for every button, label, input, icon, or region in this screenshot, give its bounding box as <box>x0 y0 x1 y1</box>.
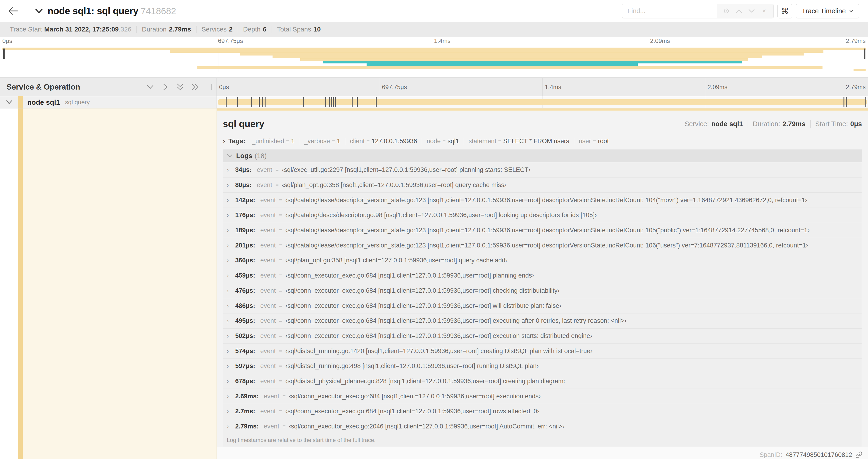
log-equals: = <box>276 167 279 173</box>
log-marker[interactable] <box>262 97 263 107</box>
deep-link-icon[interactable] <box>856 451 862 458</box>
log-field-value: ‹sql/conn_executor_exec.go:684 [nsql1,cl… <box>285 332 592 339</box>
log-row[interactable]: › 2.79ms: event = ‹sql/conn_executor_exe… <box>223 419 862 434</box>
trace-summary-bar: Trace Start March 31 2022, 17:25:09.326 … <box>0 22 868 37</box>
log-row[interactable]: › 476μs: event = ‹sql/conn_executor_exec… <box>223 283 862 298</box>
timeline-ticks-header: 0μs 697.75μs 1.4ms 2.09ms 2.79ms <box>217 78 868 96</box>
timeline-tick: 0μs <box>219 83 229 91</box>
log-row[interactable]: › 366μs: event = ‹sql/plan_opt.go:358 [n… <box>223 253 862 268</box>
log-row[interactable]: › 2.69ms: event = ‹sql/conn_executor_exe… <box>223 389 862 404</box>
find-input[interactable] <box>622 4 717 18</box>
log-row[interactable]: › 678μs: event = ‹sql/distsql_physical_p… <box>223 374 862 389</box>
minimap-span-row <box>2 47 866 50</box>
back-button[interactable] <box>0 0 26 22</box>
overview-value: 2.79ms <box>782 120 805 128</box>
log-expand-chevron-icon: › <box>227 166 232 173</box>
column-resizer-grip[interactable] <box>211 84 213 90</box>
log-marker[interactable] <box>865 97 866 107</box>
tag-equals: = <box>332 138 335 144</box>
timeline-tick: 1.4ms <box>545 83 561 91</box>
span-row: node sql1 sql query <box>0 96 868 108</box>
span-log-markers <box>218 97 867 107</box>
log-expand-chevron-icon: › <box>227 378 232 385</box>
log-row[interactable]: › 574μs: event = ‹sql/distsql_running.go… <box>223 343 862 358</box>
log-field-key: event <box>257 182 272 189</box>
keyboard-shortcuts-button[interactable]: ⌘ <box>777 4 792 19</box>
trace-timeline-dropdown[interactable]: Trace Timeline <box>796 4 859 19</box>
log-timestamp: 2.79ms: <box>235 423 259 430</box>
log-row[interactable]: › 2.7ms: event = ‹sql/conn_executor_exec… <box>223 404 862 419</box>
log-marker[interactable] <box>333 97 334 107</box>
log-row[interactable]: › 495μs: event = ‹sql/conn_executor_exec… <box>223 313 862 328</box>
tag-value: 1 <box>291 138 294 145</box>
log-marker[interactable] <box>226 97 226 107</box>
timeline-tick: 2.09ms <box>708 83 727 91</box>
log-marker[interactable] <box>303 97 304 107</box>
tags-row[interactable]: › Tags: _unfinished = 1 _verbose <box>223 135 862 147</box>
span-row-timeline-cell[interactable] <box>217 96 868 108</box>
log-marker[interactable] <box>331 97 332 107</box>
log-field-value: ‹sql/catalog/lease/descriptor_version_st… <box>285 197 807 204</box>
log-marker[interactable] <box>329 97 330 107</box>
logs-header[interactable]: Logs (18) <box>223 150 862 162</box>
overview-item: Service: node sql1 <box>680 120 748 128</box>
log-field-key: event <box>260 242 276 249</box>
log-row[interactable]: › 80μs: event = ‹sql/plan_opt.go:358 [ns… <box>223 177 862 193</box>
log-row[interactable]: › 176μs: event = ‹sql/catalog/descs/desc… <box>223 207 862 223</box>
clear-find-icon[interactable]: × <box>759 6 769 16</box>
log-timestamp: 476μs: <box>235 287 255 294</box>
span-service-name: node sql1 <box>27 98 60 106</box>
minimap-span-row <box>2 61 866 63</box>
span-collapse-chevron-icon[interactable] <box>0 100 18 104</box>
log-marker[interactable] <box>265 97 266 107</box>
minimap-span-row <box>2 53 866 56</box>
log-marker[interactable] <box>846 97 847 107</box>
summary-value: 10 <box>313 26 320 33</box>
log-marker[interactable] <box>376 97 377 107</box>
expand-one-icon[interactable] <box>161 83 169 91</box>
prev-match-icon[interactable] <box>734 6 744 16</box>
minimap-canvas[interactable] <box>2 47 866 72</box>
collapse-trace-chevron-icon[interactable] <box>35 8 43 13</box>
viewport-left-handle[interactable] <box>3 48 5 59</box>
log-marker[interactable] <box>259 97 260 107</box>
viewport-right-handle[interactable] <box>864 48 865 59</box>
log-expand-chevron-icon: › <box>227 408 232 415</box>
log-marker[interactable] <box>335 97 336 107</box>
log-row[interactable]: › 189μs: event = ‹sql/catalog/lease/desc… <box>223 223 862 238</box>
top-bar: node sql1: sql query 7418682 × <box>0 0 868 22</box>
span-row-name-cell[interactable]: node sql1 sql query <box>0 96 217 108</box>
tag-value: SELECT * FROM users <box>503 138 569 145</box>
log-row[interactable]: › 142μs: event = ‹sql/catalog/lease/desc… <box>223 192 862 207</box>
log-equals: = <box>283 423 286 430</box>
collapse-all-icon[interactable] <box>176 83 184 91</box>
log-row[interactable]: › 201μs: event = ‹sql/catalog/lease/desc… <box>223 238 862 253</box>
log-marker[interactable] <box>251 97 252 107</box>
tag-item: _unfinished = 1 <box>247 138 299 145</box>
log-row[interactable]: › 486μs: event = ‹sql/conn_executor_exec… <box>223 298 862 313</box>
log-row[interactable]: › 34μs: event = ‹sql/exec_util.go:2297 [… <box>223 162 862 177</box>
log-marker[interactable] <box>352 97 352 107</box>
back-arrow-icon <box>8 7 18 15</box>
summary-label: Depth <box>243 26 260 33</box>
log-field-key: event <box>260 287 276 294</box>
next-match-icon[interactable] <box>746 6 757 16</box>
log-row[interactable]: › 502μs: event = ‹sql/conn_executor_exec… <box>223 328 862 343</box>
match-target-icon[interactable] <box>721 6 732 16</box>
log-marker[interactable] <box>237 97 238 107</box>
log-marker[interactable] <box>357 97 358 107</box>
minimap-span-row <box>2 58 866 61</box>
log-row[interactable]: › 597μs: event = ‹sql/distsql_running.go… <box>223 358 862 374</box>
timeline-tick: 697.75μs <box>382 83 407 91</box>
span-color-top-strip <box>217 108 868 110</box>
logs-count: (18) <box>254 152 267 160</box>
expand-all-icon[interactable] <box>191 83 199 91</box>
log-marker[interactable] <box>325 97 326 107</box>
span-detail-header: sql query Service: node sql1 Duration: 2… <box>223 110 862 131</box>
log-row[interactable]: › 459μs: event = ‹sql/conn_executor_exec… <box>223 268 862 283</box>
tags-label: Tags: <box>228 137 245 145</box>
log-marker[interactable] <box>843 97 844 107</box>
tag-equals: = <box>593 138 596 144</box>
tick-gridline <box>542 78 543 96</box>
collapse-one-icon[interactable] <box>146 83 154 91</box>
